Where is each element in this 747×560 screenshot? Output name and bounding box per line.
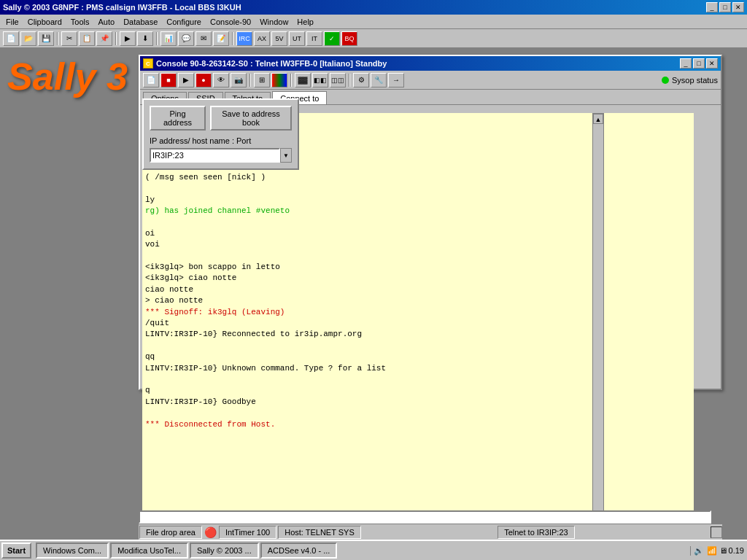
console-input-area[interactable] bbox=[139, 510, 711, 524]
ip-input[interactable] bbox=[150, 148, 280, 163]
tb-it[interactable]: IT bbox=[306, 31, 322, 46]
ip-input-wrap: ▼ bbox=[150, 148, 292, 163]
console-title-bar: C Console 90-8-263142-S0 : Telnet IW3FFB… bbox=[140, 56, 721, 71]
tb-bbs[interactable]: 📝 bbox=[213, 31, 229, 46]
console-tb-cam[interactable]: 📷 bbox=[231, 73, 247, 88]
taskbar-tray: 🔊 📶 🖥 0.19 bbox=[690, 546, 747, 556]
console-tb-new[interactable]: 📄 bbox=[143, 73, 159, 88]
console-tb-eye[interactable]: 👁 bbox=[213, 73, 229, 88]
file-drop-area: File drop area bbox=[139, 526, 202, 539]
int-timer: IntTimer 100 bbox=[219, 526, 276, 539]
status-bar: File drop area 🔴 IntTimer 100 Host: TELN… bbox=[139, 524, 722, 540]
console-tb-grid[interactable]: ⊞ bbox=[254, 73, 270, 88]
taskbar-item-windows[interactable]: Windows Com... bbox=[36, 542, 109, 559]
tray-time: 0.19 bbox=[729, 546, 744, 555]
console-sep2 bbox=[290, 74, 292, 87]
console-tb-b1[interactable]: ▓▓ bbox=[295, 73, 311, 88]
main-title-buttons: _ □ ✕ bbox=[706, 2, 744, 12]
console-tb-b2[interactable]: ◧◧ bbox=[312, 73, 328, 88]
sysop-status: Sysop status bbox=[662, 76, 718, 85]
tb-monitor[interactable]: 📊 bbox=[160, 31, 177, 46]
tb-ax[interactable]: AX bbox=[254, 31, 270, 46]
tb-green[interactable]: ✓ bbox=[324, 31, 340, 46]
connect-panel: Ping address Save to address book IP add… bbox=[142, 98, 299, 170]
tb-disconnect[interactable]: ⬇ bbox=[137, 31, 153, 46]
console-tb-stop[interactable]: ■ bbox=[160, 73, 177, 88]
tb-5v[interactable]: 5V bbox=[271, 31, 287, 46]
taskbar-item-modifica[interactable]: Modifica UsoTel... bbox=[110, 542, 188, 559]
tb-irc[interactable]: IRC bbox=[236, 31, 252, 46]
sally-logo: Sally 3 bbox=[0, 22, 135, 131]
tb-sep3 bbox=[156, 32, 158, 45]
tb-chat[interactable]: 💬 bbox=[178, 31, 194, 46]
console-tb-color[interactable] bbox=[271, 73, 287, 88]
host-status: Host: TELNET SYS bbox=[278, 526, 361, 539]
menu-help[interactable]: Help bbox=[293, 16, 318, 28]
tb-sep4 bbox=[232, 32, 233, 45]
maximize-button[interactable]: □ bbox=[719, 2, 731, 12]
console-tb-rec[interactable]: ● bbox=[196, 73, 212, 88]
resize-grip[interactable] bbox=[711, 526, 722, 538]
console-close-btn[interactable]: ✕ bbox=[706, 58, 718, 69]
console-tb-right[interactable]: → bbox=[388, 73, 404, 88]
console-minimize-btn[interactable]: _ bbox=[680, 58, 692, 69]
console-sep1 bbox=[249, 74, 251, 87]
start-button[interactable]: Start bbox=[1, 542, 31, 559]
taskbar-items: Windows Com... Modifica UsoTel... Sally … bbox=[36, 542, 687, 559]
close-button[interactable]: ✕ bbox=[732, 2, 744, 12]
minimize-button[interactable]: _ bbox=[706, 2, 718, 12]
console-scrollbar[interactable]: ▲ ▼ bbox=[592, 113, 604, 525]
console-title-buttons: _ □ ✕ bbox=[680, 58, 718, 69]
console-content: ChanServ NickServ MemoServ StatServ Help… bbox=[142, 113, 694, 525]
console-sep3 bbox=[349, 74, 350, 87]
ip-dropdown-btn[interactable]: ▼ bbox=[280, 148, 292, 163]
menu-window[interactable]: Window bbox=[255, 16, 293, 28]
warning-icon: 🔴 bbox=[204, 526, 217, 538]
main-title-text: Sally © 2003 G8NPF : PMS callsign IW3FFB… bbox=[3, 3, 241, 12]
console-tb-play[interactable]: ▶ bbox=[178, 73, 194, 88]
main-title-bar: Sally © 2003 G8NPF : PMS callsign IW3FFB… bbox=[0, 0, 747, 15]
taskbar-item-acdsee[interactable]: ACDSee v4.0 - ... bbox=[260, 542, 338, 559]
console-tb-wrench[interactable]: 🔧 bbox=[371, 73, 387, 88]
ping-address-button[interactable]: Ping address bbox=[150, 106, 206, 131]
menu-configure[interactable]: Configure bbox=[162, 16, 206, 28]
taskbar-item-sally[interactable]: Sally © 2003 ... bbox=[190, 542, 259, 559]
console-toolbar: 📄 ■ ▶ ● 👁 📷 ⊞ ▓▓ ◧◧ ◫◫ ⚙ 🔧 → Sysop statu… bbox=[140, 71, 721, 90]
menu-console90[interactable]: Console-90 bbox=[206, 16, 255, 28]
sally-logo-text: Sally 3 bbox=[7, 55, 128, 98]
status-indicator bbox=[662, 77, 669, 84]
console-maximize-btn[interactable]: □ bbox=[693, 58, 705, 69]
tb-ut[interactable]: UT bbox=[289, 31, 305, 46]
connect-panel-buttons: Ping address Save to address book bbox=[150, 106, 292, 131]
tray-icons: 🔊 📶 🖥 bbox=[694, 546, 727, 556]
ip-label: IP address/ host name : Port bbox=[150, 136, 292, 145]
telnet-to-status: Telnet to IR3IP:23 bbox=[498, 526, 574, 539]
console-icon: C bbox=[143, 58, 153, 69]
scroll-up-btn[interactable]: ▲ bbox=[593, 114, 603, 124]
tb-bq[interactable]: BQ bbox=[341, 31, 357, 46]
console-title-text: C Console 90-8-263142-S0 : Telnet IW3FFB… bbox=[143, 58, 387, 69]
taskbar: Start Windows Com... Modifica UsoTel... … bbox=[0, 540, 747, 560]
console-tb-b3[interactable]: ◫◫ bbox=[330, 73, 346, 88]
tb-mail[interactable]: ✉ bbox=[196, 31, 212, 46]
save-address-button[interactable]: Save to address book bbox=[210, 106, 292, 131]
console-tb-gear[interactable]: ⚙ bbox=[353, 73, 369, 88]
